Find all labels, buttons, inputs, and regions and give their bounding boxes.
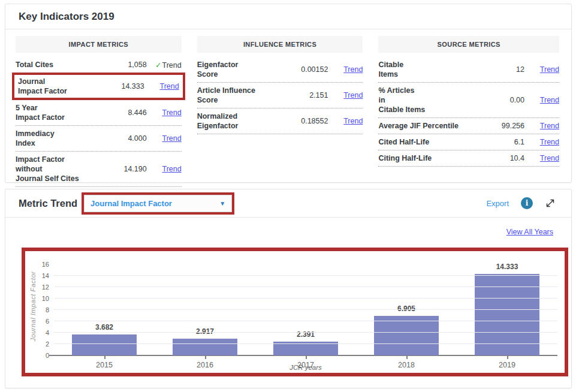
trend-text: Trend bbox=[162, 61, 182, 70]
panel-impact-metrics: IMPACT METRICS Total Cites 1,058 ✓Trend … bbox=[16, 36, 182, 187]
page-title: Key Indicators 2019 bbox=[5, 4, 571, 23]
metric-label: Normalized Eigenfactor bbox=[197, 111, 291, 131]
trend-link[interactable]: Trend bbox=[162, 165, 182, 173]
trend-link[interactable]: Trend bbox=[343, 117, 363, 125]
metric-value: 8.446 bbox=[110, 108, 147, 117]
bar-value-label: 14.333 bbox=[457, 263, 557, 271]
metric-label: Citable Items bbox=[378, 60, 487, 79]
metric-row-citable-items: Citable Items 12 Trend bbox=[378, 57, 559, 83]
y-tick-label: 12 bbox=[34, 284, 49, 291]
metric-trend-header: Metric Trend Journal Impact Factor ▼ Exp… bbox=[5, 189, 571, 217]
y-tick-label: 0 bbox=[34, 352, 49, 359]
bar-value-label: 3.682 bbox=[54, 323, 155, 331]
export-button[interactable]: Export bbox=[486, 199, 509, 208]
metric-label: Journal Impact Factor bbox=[18, 77, 107, 96]
y-axis-labels: 0246810121416 bbox=[34, 264, 49, 355]
gridline bbox=[54, 298, 557, 298]
metric-label: Eigenfactor Score bbox=[197, 60, 291, 79]
metrics-panels: IMPACT METRICS Total Cites 1,058 ✓Trend … bbox=[5, 29, 571, 187]
metric-value: 10.4 bbox=[487, 154, 524, 162]
highlight-box-chart: Journal Impact Factor 0246810121416 3.68… bbox=[22, 248, 568, 376]
trend-link[interactable]: Trend bbox=[160, 82, 179, 91]
panel-impact-metrics-title: IMPACT METRICS bbox=[16, 36, 182, 53]
metric-label: Citing Half-Life bbox=[378, 153, 487, 163]
x-tick-mark bbox=[306, 355, 307, 359]
jif-trend-chart: Journal Impact Factor 0246810121416 3.68… bbox=[25, 251, 565, 373]
trend-link[interactable]: Trend bbox=[162, 108, 182, 117]
gridline bbox=[54, 309, 557, 310]
y-tick-label: 14 bbox=[34, 273, 49, 279]
metric-row-total-cites: Total Cites 1,058 ✓Trend bbox=[16, 57, 182, 73]
chevron-down-icon: ▼ bbox=[219, 200, 225, 207]
metric-value: 0.00 bbox=[487, 96, 524, 104]
trend-link[interactable]: Trend bbox=[540, 122, 559, 130]
trend-link[interactable]: Trend bbox=[343, 65, 363, 74]
metric-select-dropdown[interactable]: Journal Impact Factor ▼ bbox=[84, 195, 232, 212]
metric-value: 99.256 bbox=[487, 122, 524, 130]
metric-value: 0.18552 bbox=[291, 117, 328, 125]
bar-2016 bbox=[173, 339, 237, 355]
info-icon[interactable]: i bbox=[521, 197, 533, 209]
metric-label: % Articles in Citable Items bbox=[378, 86, 487, 114]
metric-value: 0.00152 bbox=[291, 65, 328, 74]
panel-source-metrics-title: SOURCE METRICS bbox=[378, 36, 559, 53]
metric-row-percent-articles-in-citable-items: % Articles in Citable Items 0.00 Trend bbox=[378, 83, 559, 118]
x-tick-mark bbox=[406, 355, 408, 359]
trend-link[interactable]: Trend bbox=[343, 91, 363, 99]
metric-value: 6.1 bbox=[487, 138, 524, 146]
metric-row-journal-impact-factor highlight-box: Journal Impact Factor 14.333 Trend bbox=[12, 73, 185, 100]
metric-row-cited-half-life: Cited Half-Life 6.1 Trend bbox=[378, 134, 559, 150]
chart-bars: 3.68220152.91720162.39120176.905201814.3… bbox=[54, 264, 557, 355]
y-tick-label: 8 bbox=[34, 307, 49, 313]
panel-influence-metrics: INFLUENCE METRICS Eigenfactor Score 0.00… bbox=[197, 36, 363, 187]
metric-value: 14.333 bbox=[107, 82, 144, 91]
key-indicators-card: Key Indicators 2019 IMPACT METRICS Total… bbox=[5, 4, 572, 183]
metric-label: Impact Factor without Journal Self Cites bbox=[16, 155, 110, 183]
metric-trend-cell: ✓Trend bbox=[147, 61, 182, 70]
panel-source-metrics: SOURCE METRICS Citable Items 12 Trend % … bbox=[378, 36, 559, 187]
dropdown-selected-value: Journal Impact Factor bbox=[91, 199, 172, 208]
bar-2015 bbox=[72, 334, 137, 355]
metric-value: 2.151 bbox=[291, 91, 328, 99]
trend-link[interactable]: Trend bbox=[162, 134, 182, 143]
metric-row-immediacy-index: Immediacy Index 4.000 Trend bbox=[16, 126, 182, 152]
y-tick-label: 2 bbox=[34, 341, 49, 348]
metric-trend-title: Metric Trend bbox=[19, 198, 77, 209]
gridline bbox=[54, 321, 557, 321]
metric-label: Average JIF Percentile bbox=[378, 121, 487, 131]
x-tick-mark bbox=[205, 355, 206, 359]
metric-value: 12 bbox=[487, 65, 524, 74]
metric-row-normalized-eigenfactor: Normalized Eigenfactor 0.18552 Trend bbox=[197, 108, 363, 134]
chart-bar-group-2015: 3.6822015 bbox=[54, 264, 155, 355]
check-icon: ✓ bbox=[155, 61, 161, 70]
y-tick-label: 4 bbox=[34, 330, 49, 336]
chart-bar-group-2019: 14.3332019 bbox=[457, 264, 557, 355]
expand-icon[interactable] bbox=[545, 198, 556, 209]
metric-row-impact-factor-without-self-cites: Impact Factor without Journal Self Cites… bbox=[16, 152, 182, 187]
x-tick-mark bbox=[507, 355, 508, 359]
gridline bbox=[54, 332, 557, 333]
trend-link[interactable]: Trend bbox=[540, 96, 559, 104]
gridline bbox=[54, 343, 557, 344]
metric-label: Cited Half-Life bbox=[378, 137, 487, 147]
metric-label: Article Influence Score bbox=[197, 86, 291, 105]
chart-plot: 3.68220152.91720162.39120176.905201814.3… bbox=[54, 264, 557, 355]
metric-row-citing-half-life: Citing Half-Life 10.4 Trend bbox=[378, 150, 559, 167]
metric-trend-card: Metric Trend Journal Impact Factor ▼ Exp… bbox=[5, 189, 572, 388]
chart-bar-group-2016: 2.9172016 bbox=[155, 264, 255, 355]
trend-link[interactable]: Trend bbox=[540, 154, 559, 162]
y-tick-label: 16 bbox=[34, 261, 49, 268]
y-tick-label: 10 bbox=[34, 295, 49, 302]
view-all-years-link[interactable]: View All Years bbox=[506, 228, 553, 236]
gridline bbox=[54, 275, 557, 276]
y-tick-label: 6 bbox=[34, 318, 49, 325]
metric-label: Total Cites bbox=[16, 60, 110, 70]
metric-row-average-jif-percentile: Average JIF Percentile 99.256 Trend bbox=[378, 118, 559, 134]
trend-link[interactable]: Trend bbox=[540, 138, 559, 146]
bar-2018 bbox=[374, 316, 439, 355]
x-axis-title: JCR years bbox=[54, 364, 557, 371]
trend-link[interactable]: Trend bbox=[540, 65, 559, 74]
gridline bbox=[54, 287, 557, 287]
chart-bar-group-2017: 2.3912017 bbox=[255, 264, 356, 355]
metric-label: Immediacy Index bbox=[16, 129, 110, 148]
